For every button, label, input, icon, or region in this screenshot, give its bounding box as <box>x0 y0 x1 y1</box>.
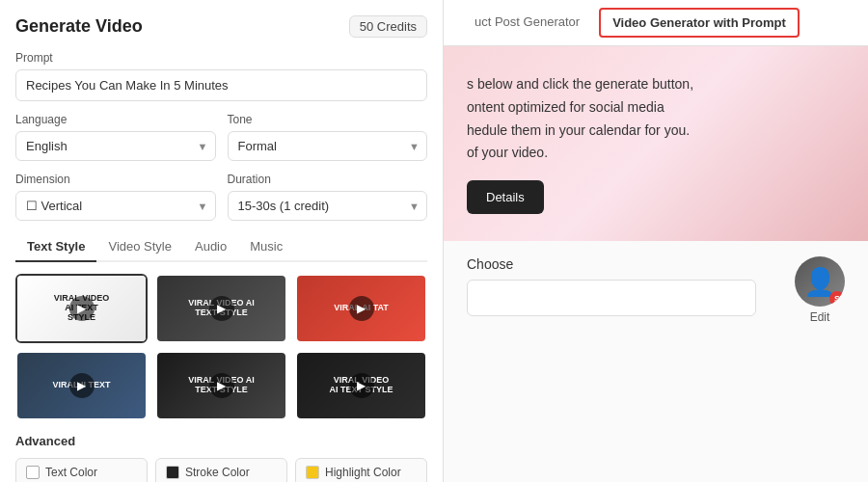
dimension-label: Dimension <box>15 173 216 186</box>
tone-select-wrapper: Formal Casual ▼ <box>228 131 428 161</box>
input-placeholder[interactable] <box>467 280 756 316</box>
hero-line-2: ontent optimized for social media <box>467 96 833 120</box>
language-select-wrapper: English Spanish French ▼ <box>15 131 216 161</box>
style-thumb-6[interactable]: ▶ VIRAL VIDEOAI TEXT STYLE <box>295 351 427 420</box>
text-color-swatch <box>26 466 40 479</box>
bottom-section: Choose 👤 S Edit <box>444 241 868 339</box>
highlight-color-swatch <box>306 466 319 479</box>
hero-line-4: of your video. <box>467 142 833 165</box>
right-top-nav: uct Post Generator Video Generator with … <box>444 0 868 46</box>
text-color-label: Text Color <box>45 466 97 479</box>
stroke-color-swatch <box>166 466 179 479</box>
highlight-color-button[interactable]: Highlight Color <box>295 458 427 482</box>
nav-tab-video-label: Video Generator with Prompt <box>612 15 786 30</box>
style-thumb-1[interactable]: ▶ VIRAL VIDEOAI TEXTSTYLE <box>15 274 148 343</box>
hero-line-1: s below and click the generate button, <box>467 73 833 96</box>
nav-tab-product-post[interactable]: uct Post Generator <box>459 1 595 44</box>
details-button[interactable]: Details <box>467 180 544 214</box>
hero-line-3: hedule them in your calendar for you. <box>467 120 833 143</box>
panel-header: Generate Video 50 Credits <box>15 15 427 38</box>
edit-label: Edit <box>810 310 830 324</box>
language-select[interactable]: English Spanish French <box>15 131 216 161</box>
avatar[interactable]: 👤 S <box>795 256 845 307</box>
language-tone-row: Language English Spanish French ▼ Tone F… <box>15 113 427 161</box>
color-row: Text Color Stroke Color Highlight Color <box>15 458 427 482</box>
language-label: Language <box>15 113 216 126</box>
play-icon-1: ▶ <box>69 296 95 321</box>
style-thumb-4[interactable]: ▶ VIRAL II TEXT <box>15 351 148 420</box>
advanced-label: Advanced <box>15 434 427 448</box>
nav-tab-video-generator[interactable]: Video Generator with Prompt <box>599 8 800 38</box>
prompt-input[interactable] <box>15 69 427 101</box>
tab-video-style[interactable]: Video Style <box>96 232 183 262</box>
duration-select[interactable]: 15-30s (1 credit) 30-60s (2 credits) <box>228 191 428 221</box>
dimension-select-wrapper: ☐ Vertical Horizontal ▼ <box>15 191 216 221</box>
avatar-area: 👤 S Edit <box>795 256 845 324</box>
prompt-label: Prompt <box>15 51 427 65</box>
tab-music[interactable]: Music <box>238 232 294 262</box>
style-thumb-2[interactable]: ▶ VIRAL VIDEO AITEXT STYLE <box>155 274 287 343</box>
avatar-badge: S <box>829 291 845 307</box>
duration-label: Duration <box>228 173 428 186</box>
style-grid: ▶ VIRAL VIDEOAI TEXTSTYLE ▶ VIRAL VIDEO … <box>15 274 427 420</box>
highlight-color-label: Highlight Color <box>325 466 401 479</box>
tab-audio[interactable]: Audio <box>183 232 238 262</box>
style-thumb-3[interactable]: ▶ VIRAL AI TAT <box>295 274 427 343</box>
play-icon-4: ▶ <box>69 373 95 398</box>
duration-field: Duration 15-30s (1 credit) 30-60s (2 cre… <box>228 173 428 221</box>
tab-text-style[interactable]: Text Style <box>15 232 96 262</box>
hero-text: s below and click the generate button, o… <box>467 73 833 165</box>
panel-title: Generate Video <box>15 16 143 37</box>
nav-tab-product-label: uct Post Generator <box>475 14 580 29</box>
play-icon-3: ▶ <box>349 296 374 321</box>
left-panel: Generate Video 50 Credits Prompt Languag… <box>0 0 444 482</box>
play-icon-2: ▶ <box>209 296 234 321</box>
play-icon-6: ▶ <box>349 373 374 398</box>
language-field: Language English Spanish French ▼ <box>15 113 216 161</box>
play-icon-5: ▶ <box>209 373 234 398</box>
right-panel: uct Post Generator Video Generator with … <box>444 0 868 482</box>
tone-select[interactable]: Formal Casual <box>228 131 428 161</box>
choose-area: Choose <box>467 256 756 316</box>
text-color-button[interactable]: Text Color <box>15 458 148 482</box>
dimension-duration-row: Dimension ☐ Vertical Horizontal ▼ Durati… <box>15 173 427 221</box>
tone-label: Tone <box>228 113 428 126</box>
style-tabs: Text Style Video Style Audio Music <box>15 232 427 262</box>
duration-select-wrapper: 15-30s (1 credit) 30-60s (2 credits) ▼ <box>228 191 428 221</box>
stroke-color-label: Stroke Color <box>185 466 250 479</box>
tone-field: Tone Formal Casual ▼ <box>228 113 428 161</box>
choose-label: Choose <box>467 256 756 272</box>
dimension-field: Dimension ☐ Vertical Horizontal ▼ <box>15 173 216 221</box>
hero-section: s below and click the generate button, o… <box>444 46 868 241</box>
stroke-color-button[interactable]: Stroke Color <box>155 458 287 482</box>
dimension-select[interactable]: ☐ Vertical Horizontal <box>15 191 216 221</box>
credits-badge: 50 Credits <box>349 15 427 38</box>
style-thumb-5[interactable]: ▶ VIRAL VIDEO AITEXT STYLE <box>155 351 287 420</box>
